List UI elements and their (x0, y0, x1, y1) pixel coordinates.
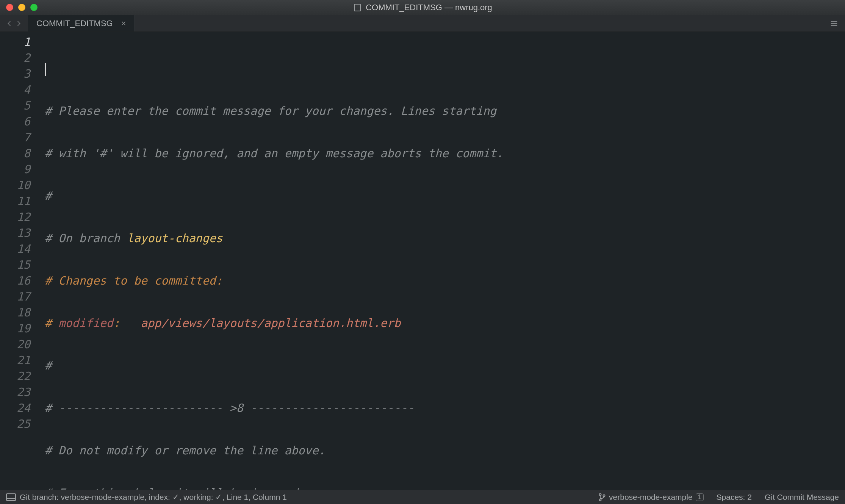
line-number: 17 (0, 289, 38, 305)
svg-point-7 (599, 499, 601, 501)
window-title: COMMIT_EDITMSG — nwrug.org (353, 3, 492, 13)
git-branch-icon (598, 493, 606, 501)
menu-button[interactable] (823, 15, 845, 31)
line-number: 8 (0, 146, 38, 161)
line-number: 3 (0, 66, 38, 82)
hamburger-icon (830, 19, 838, 28)
line-number: 25 (0, 416, 38, 432)
line-number: 18 (0, 305, 38, 321)
window-controls (0, 4, 38, 11)
line-number: 24 (0, 400, 38, 416)
line-number: 5 (0, 98, 38, 114)
line-number: 2 (0, 50, 38, 66)
minimize-window-button[interactable] (18, 4, 25, 11)
line-number: 12 (0, 209, 38, 225)
code-line: # Do not modify or remove the line above… (38, 443, 845, 459)
status-left-text: Git branch: verbose-mode-example, index:… (20, 493, 287, 502)
tab-label: COMMIT_EDITMSG (36, 19, 113, 28)
code-line: # Everything below it will be ignored. (38, 485, 845, 490)
svg-rect-0 (354, 4, 360, 11)
line-number: 4 (0, 82, 38, 98)
panel-icon[interactable] (6, 493, 16, 501)
status-branch-keycap: 1 (696, 493, 704, 501)
line-number: 22 (0, 368, 38, 384)
editor[interactable]: 1 2 3 4 5 6 7 8 9 10 11 12 13 14 15 16 1… (0, 32, 845, 490)
line-number: 13 (0, 225, 38, 241)
line-number: 6 (0, 114, 38, 130)
svg-point-8 (603, 495, 605, 496)
code-area[interactable]: # Please enter the commit message for yo… (38, 32, 845, 490)
gutter: 1 2 3 4 5 6 7 8 9 10 11 12 13 14 15 16 1… (0, 32, 38, 490)
svg-point-6 (599, 493, 601, 495)
tab-bar: COMMIT_EDITMSG × (0, 15, 845, 32)
text-cursor (45, 63, 46, 76)
nav-back-icon[interactable] (6, 20, 13, 27)
line-number: 16 (0, 273, 38, 289)
line-number: 15 (0, 257, 38, 273)
code-line (38, 61, 845, 77)
code-line: # On branch layout-changes (38, 230, 845, 246)
status-branch-text: verbose-mode-example (609, 493, 693, 502)
line-number: 23 (0, 384, 38, 400)
line-number: 9 (0, 161, 38, 177)
document-icon (353, 3, 362, 12)
line-number: 7 (0, 130, 38, 146)
status-branch[interactable]: verbose-mode-example 1 (598, 493, 704, 502)
line-number: 21 (0, 352, 38, 368)
nav-arrows (0, 15, 28, 31)
line-number: 20 (0, 337, 38, 352)
code-line: # (38, 358, 845, 374)
line-number: 19 (0, 321, 38, 337)
line-number: 11 (0, 193, 38, 209)
tab-commit-editmsg[interactable]: COMMIT_EDITMSG × (28, 15, 135, 31)
svg-rect-4 (6, 494, 16, 501)
line-number: 1 (0, 34, 38, 50)
line-number: 14 (0, 241, 38, 257)
nav-forward-icon[interactable] (15, 20, 22, 27)
code-line: # (38, 188, 845, 204)
status-spaces[interactable]: Spaces: 2 (717, 493, 752, 502)
status-syntax[interactable]: Git Commit Message (765, 493, 839, 502)
status-bar: Git branch: verbose-mode-example, index:… (0, 490, 845, 504)
code-line: # Changes to be committed: (38, 273, 845, 289)
tab-close-icon[interactable]: × (121, 19, 126, 28)
code-line: # Please enter the commit message for yo… (38, 103, 845, 119)
close-window-button[interactable] (6, 4, 13, 11)
title-bar: COMMIT_EDITMSG — nwrug.org (0, 0, 845, 15)
zoom-window-button[interactable] (30, 4, 38, 11)
code-line: # modified: app/views/layouts/applicatio… (38, 315, 845, 331)
window-title-text: COMMIT_EDITMSG — nwrug.org (366, 3, 492, 13)
line-number: 10 (0, 177, 38, 193)
code-line: # ------------------------ >8 ----------… (38, 400, 845, 416)
code-line: # with '#' will be ignored, and an empty… (38, 146, 845, 161)
